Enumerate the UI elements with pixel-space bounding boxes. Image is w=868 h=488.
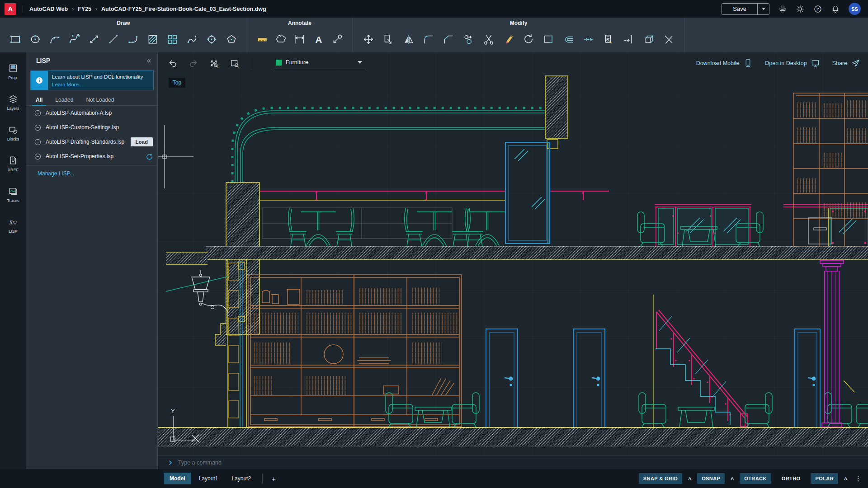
ortho-toggle[interactable]: ORTHO xyxy=(777,473,805,484)
tab-all[interactable]: All xyxy=(29,94,49,105)
learn-more-link[interactable]: Learn More... xyxy=(52,82,83,87)
open-in-desktop-link[interactable]: Open in Desktop xyxy=(765,59,820,67)
collapse-panel-icon[interactable]: « xyxy=(147,56,151,65)
chevron-up-icon[interactable]: ^ xyxy=(688,476,691,483)
osnap-toggle[interactable]: OSNAP xyxy=(697,473,725,484)
lisp-file-row[interactable]: AutoLISP-Drafting-Standards.lsp Load xyxy=(27,135,157,149)
chamfer-tool-icon[interactable] xyxy=(442,33,455,46)
trim-tool-icon[interactable] xyxy=(482,33,495,46)
refresh-icon[interactable] xyxy=(146,153,153,160)
save-button[interactable]: Save xyxy=(722,4,757,14)
viewport-label[interactable]: Top xyxy=(169,78,185,88)
share-link[interactable]: Share xyxy=(832,59,860,67)
fillet-tool-icon[interactable] xyxy=(422,33,435,46)
match-properties-tool-icon[interactable] xyxy=(602,33,615,46)
lisp-file-row[interactable]: AutoLISP-Set-Properties.lsp xyxy=(27,149,157,164)
redo-icon[interactable] xyxy=(189,59,198,69)
polygon-tool-icon[interactable] xyxy=(225,33,238,46)
ribbon-section-modify: Modify xyxy=(353,18,685,52)
tab-model[interactable]: Model xyxy=(164,473,191,484)
tab-layout2[interactable]: Layout2 xyxy=(226,473,257,484)
erase-tool-icon[interactable] xyxy=(502,33,515,46)
zoom-extents-icon[interactable] xyxy=(209,59,219,69)
sidebar-item-properties[interactable]: Prop. xyxy=(0,63,26,80)
drawing-canvas[interactable]: Y Furniture Download Mobile Open in Desk… xyxy=(158,52,868,455)
polar-toggle[interactable]: POLAR xyxy=(811,473,838,484)
snap-grid-toggle[interactable]: SNAP & GRID xyxy=(639,473,682,484)
polyline-tool-icon[interactable] xyxy=(127,33,140,46)
ribbon-section-annotate: Annotate A xyxy=(247,18,353,52)
lisp-file-row[interactable]: AutoLISP-Custom-Settings.lsp xyxy=(27,120,157,135)
lisp-file-row[interactable]: AutoLISP-Automation-A.lsp xyxy=(27,106,157,120)
insert-block-tool-icon[interactable] xyxy=(165,33,179,46)
chevron-up-icon[interactable]: ^ xyxy=(731,476,734,483)
sketch-tool-icon[interactable] xyxy=(185,33,199,46)
settings-icon[interactable] xyxy=(796,5,805,14)
stretch-tool-icon[interactable] xyxy=(542,33,555,46)
hatch-tool-icon[interactable] xyxy=(146,33,160,46)
line-tool-icon[interactable] xyxy=(107,33,120,46)
tab-layout1[interactable]: Layout1 xyxy=(193,473,224,484)
chevron-up-icon[interactable]: ^ xyxy=(844,476,847,483)
sidebar-item-label: LISP xyxy=(9,229,18,234)
print-icon[interactable] xyxy=(778,5,787,14)
layer-dropdown[interactable]: Furniture xyxy=(273,58,366,69)
svg-text:?: ? xyxy=(816,7,819,11)
command-bar[interactable]: Type a command xyxy=(158,455,868,469)
load-button[interactable]: Load xyxy=(131,137,153,146)
leader-tool-icon[interactable] xyxy=(330,33,344,46)
extend-tool-icon[interactable] xyxy=(622,33,635,46)
breadcrumb-folder[interactable]: FY25 xyxy=(78,6,91,12)
lisp-info-banner[interactable]: Learn about LISP and DCL functionality L… xyxy=(30,70,154,90)
collapsed-minus-icon[interactable] xyxy=(34,153,41,160)
add-layout-button[interactable]: + xyxy=(268,475,279,483)
sidebar-item-blocks[interactable]: Blocks xyxy=(0,125,26,141)
point-tool-icon[interactable] xyxy=(205,33,218,46)
arc-tool-icon[interactable] xyxy=(48,33,61,46)
dimension-tool-icon[interactable] xyxy=(293,33,307,46)
construction-line-tool-icon[interactable] xyxy=(87,33,101,46)
manage-lisp-link[interactable]: Manage LISP... xyxy=(38,170,74,177)
open-in-desktop-label: Open in Desktop xyxy=(765,60,807,66)
move-tool-icon[interactable] xyxy=(362,33,375,46)
copy-tool-icon[interactable] xyxy=(462,33,475,46)
collapsed-minus-icon[interactable] xyxy=(34,124,41,131)
circle-tool-icon[interactable] xyxy=(28,33,42,46)
avatar[interactable]: SS xyxy=(849,3,861,15)
undo-icon[interactable] xyxy=(168,59,178,69)
scale-tool-icon[interactable] xyxy=(382,33,395,46)
zoom-window-icon[interactable] xyxy=(230,59,240,69)
sidebar-item-label: XREF xyxy=(8,168,19,172)
download-mobile-link[interactable]: Download Mobile xyxy=(696,59,752,67)
command-input-placeholder[interactable]: Type a command xyxy=(178,460,222,466)
svg-text:f(x): f(x) xyxy=(9,219,17,225)
autocad-logo-icon[interactable]: A xyxy=(5,3,16,15)
lisp-file-name: AutoLISP-Automation-A.lsp xyxy=(46,110,112,116)
tab-loaded[interactable]: Loaded xyxy=(49,94,80,105)
rotate-tool-icon[interactable] xyxy=(522,33,535,46)
collapsed-minus-icon[interactable] xyxy=(34,139,41,145)
save-dropdown-button[interactable] xyxy=(757,4,769,14)
tab-not-loaded[interactable]: Not Loaded xyxy=(80,94,120,105)
sidebar-item-xref[interactable]: XREF xyxy=(0,155,26,172)
text-tool-icon[interactable]: A xyxy=(312,33,326,46)
otrack-toggle[interactable]: OTRACK xyxy=(740,473,771,484)
break-tool-icon[interactable] xyxy=(582,33,595,46)
overflow-menu-icon[interactable]: ⋮ xyxy=(853,474,863,483)
measure-tool-icon[interactable] xyxy=(255,33,269,46)
mirror-tool-icon[interactable] xyxy=(402,33,415,46)
spline-tool-icon[interactable] xyxy=(68,33,81,46)
rectangle-tool-icon[interactable] xyxy=(9,33,22,46)
sidebar-item-lisp[interactable]: f(x) LISP xyxy=(0,217,26,234)
sidebar-item-layers[interactable]: Layers xyxy=(0,94,26,111)
help-icon[interactable]: ? xyxy=(813,5,822,14)
revision-cloud-tool-icon[interactable] xyxy=(274,33,288,46)
app-header: A AutoCAD Web › FY25 › AutoCAD-FY25_Fire… xyxy=(0,0,868,18)
explode-tool-icon[interactable] xyxy=(642,33,656,46)
sidebar-item-traces[interactable]: Traces xyxy=(0,186,26,203)
offset-tool-icon[interactable] xyxy=(562,33,576,46)
notifications-icon[interactable] xyxy=(831,5,840,14)
collapsed-minus-icon[interactable] xyxy=(34,110,41,117)
delete-tool-icon[interactable] xyxy=(662,33,675,46)
breadcrumb-app[interactable]: AutoCAD Web xyxy=(29,6,68,12)
